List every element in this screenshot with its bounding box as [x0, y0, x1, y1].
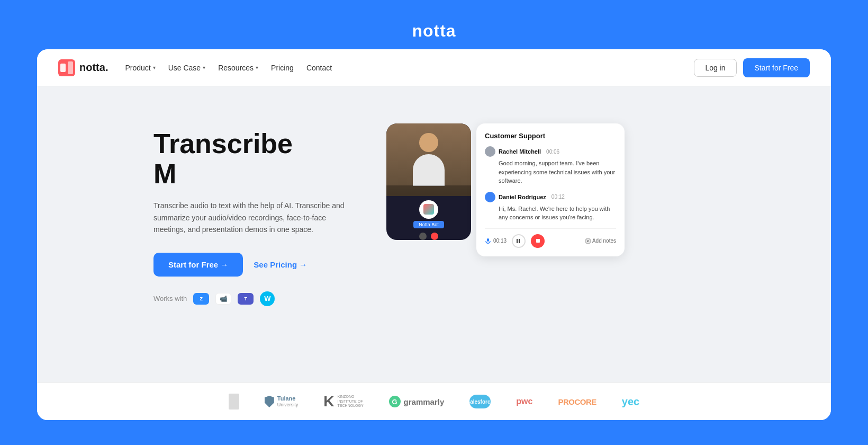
chat-message-1: Rachel Mitchell 00:06 Good morning, supp…: [485, 146, 616, 185]
logo-pwc: pwc: [516, 397, 532, 406]
nav-item-usecase[interactable]: Use Case ▾: [168, 64, 205, 72]
hero-heading-line2: M: [153, 158, 176, 189]
yec-label: yec: [622, 396, 639, 408]
logo-grammarly: G grammarly: [389, 396, 445, 407]
chat-text-1: Good morning, support team. I've been ex…: [485, 159, 616, 185]
chat-sender-2: Daniel Rodriguez 00:12: [485, 192, 616, 202]
navbar-left: notta. Product ▾ Use Case ▾ Resources ▾: [58, 59, 332, 76]
hero-content: Transcribe M Transcribe audio to text wi…: [153, 118, 355, 306]
hero-description: Transcribe audio to text with the help o…: [153, 200, 355, 235]
hero-buttons: Start for Free → See Pricing →: [153, 253, 355, 277]
see-pricing-button[interactable]: See Pricing →: [254, 260, 307, 269]
person-body: [413, 154, 445, 186]
zoom-icon: Z: [193, 293, 209, 305]
person-avatar: [413, 133, 445, 186]
grammarly-label: grammarly: [404, 397, 445, 406]
navbar: notta. Product ▾ Use Case ▾ Resources ▾: [37, 49, 831, 86]
chat-sender-1: Rachel Mitchell 00:06: [485, 146, 616, 157]
video-demo-card: Notta Bot: [386, 123, 471, 240]
video-controls: [419, 233, 438, 240]
grammarly-g-icon: G: [389, 396, 401, 407]
chat-title: Customer Support: [485, 132, 616, 140]
logos-bar: Tulane University K KINZONO INSTITUTE OF…: [37, 382, 831, 420]
google-meet-icon: 📹: [215, 293, 231, 305]
chat-name-rachel: Rachel Mitchell: [499, 148, 541, 155]
chat-message-2: Daniel Rodriguez 00:12 Hi, Ms. Rachel. W…: [485, 192, 616, 222]
partial-logo-shape: [229, 394, 239, 410]
logo-partial: [229, 394, 239, 410]
nav-label-resources: Resources: [218, 64, 254, 72]
nav-label-contact: Contact: [306, 64, 332, 72]
start-for-free-button[interactable]: Start for Free: [743, 58, 810, 77]
add-notes-button[interactable]: Add notes: [585, 238, 616, 244]
notta-bot-label: Notta Bot: [413, 221, 444, 228]
hero-start-button[interactable]: Start for Free →: [153, 253, 243, 277]
notta-icon-inner: [423, 204, 434, 215]
logo-icon: [58, 59, 75, 76]
nav-label-usecase: Use Case: [168, 64, 201, 72]
tulane-name-2: University: [277, 402, 299, 408]
logo[interactable]: notta.: [58, 59, 108, 76]
hero-demo: Notta Bot Customer Support Rachel Mitche…: [386, 123, 746, 272]
video-person-area: [386, 123, 471, 196]
pause-button[interactable]: [512, 234, 526, 248]
notta-bot-icon: [419, 200, 438, 219]
nav-item-resources[interactable]: Resources ▾: [218, 64, 258, 72]
timer-display: 00:13: [493, 238, 507, 244]
nav-item-contact[interactable]: Contact: [306, 64, 332, 72]
logo-text: notta.: [79, 61, 108, 74]
logo-kinzono: K KINZONO INSTITUTE OF TECHNOLOGY: [323, 394, 363, 409]
pause-bar-1: [517, 239, 518, 243]
chat-transcript-card: Customer Support Rachel Mitchell 00:06 G…: [476, 123, 625, 256]
kinzono-k-icon: K: [323, 394, 334, 409]
video-control-end[interactable]: [431, 233, 438, 240]
tulane-text-block: Tulane University: [277, 395, 299, 408]
chat-time-2: 00:12: [551, 194, 565, 200]
hero-heading-line1: Transcribe: [153, 128, 293, 159]
hero-section: Transcribe M Transcribe audio to text wi…: [37, 86, 831, 382]
nav-item-pricing[interactable]: Pricing: [271, 64, 294, 72]
logo-salesforce: salesforce: [469, 395, 491, 408]
chevron-down-icon: ▾: [153, 65, 156, 70]
kinzono-text: KINZONO INSTITUTE OF TECHNOLOGY: [338, 395, 364, 408]
chat-controls: 00:13: [485, 228, 616, 248]
person-head: [419, 133, 438, 152]
login-button[interactable]: Log in: [694, 59, 736, 77]
chevron-down-icon: ▾: [203, 65, 205, 70]
procore-label: PROCORE: [558, 397, 596, 406]
pwc-label: pwc: [516, 397, 532, 406]
logo-procore: PROCORE: [558, 397, 596, 406]
nav-item-product[interactable]: Product ▾: [125, 64, 155, 72]
tulane-name-1: Tulane: [277, 395, 299, 402]
stop-button[interactable]: [531, 234, 545, 248]
main-card: notta. Product ▾ Use Case ▾ Resources ▾: [37, 49, 831, 420]
recording-timer: 00:13: [485, 238, 507, 244]
pause-bar-2: [519, 239, 520, 243]
navbar-right: Log in Start for Free: [694, 58, 810, 77]
nav-label-product: Product: [125, 64, 150, 72]
svg-rect-3: [487, 238, 489, 242]
stop-icon: [536, 239, 540, 243]
salesforce-label: salesforce: [467, 399, 493, 405]
chat-text-2: Hi, Ms. Rachel. We're here to help you w…: [485, 204, 616, 222]
webex-icon: W: [260, 291, 275, 306]
salesforce-cloud-icon: salesforce: [469, 395, 491, 408]
nav-label-pricing: Pricing: [271, 64, 294, 72]
chat-time-1: 00:06: [546, 149, 559, 155]
video-bg-decoration: [386, 185, 471, 196]
notes-icon: [585, 238, 591, 244]
page-top-title: notta: [37, 21, 831, 41]
chevron-down-icon: ▾: [256, 65, 258, 70]
chat-name-daniel: Daniel Rodriguez: [499, 194, 546, 200]
video-control-menu[interactable]: [419, 233, 427, 240]
svg-rect-1: [60, 64, 66, 72]
logo-yec: yec: [622, 396, 639, 408]
nav-links: Product ▾ Use Case ▾ Resources ▾ Pricing: [125, 64, 332, 72]
mic-icon: [485, 238, 491, 244]
add-notes-label: Add notes: [592, 238, 616, 244]
works-with-section: Works with Z 📹 T W: [153, 291, 355, 306]
hero-heading: Transcribe M: [153, 129, 355, 189]
svg-rect-2: [68, 61, 73, 74]
tulane-shield-icon: [265, 396, 274, 407]
works-with-label: Works with: [153, 295, 187, 302]
